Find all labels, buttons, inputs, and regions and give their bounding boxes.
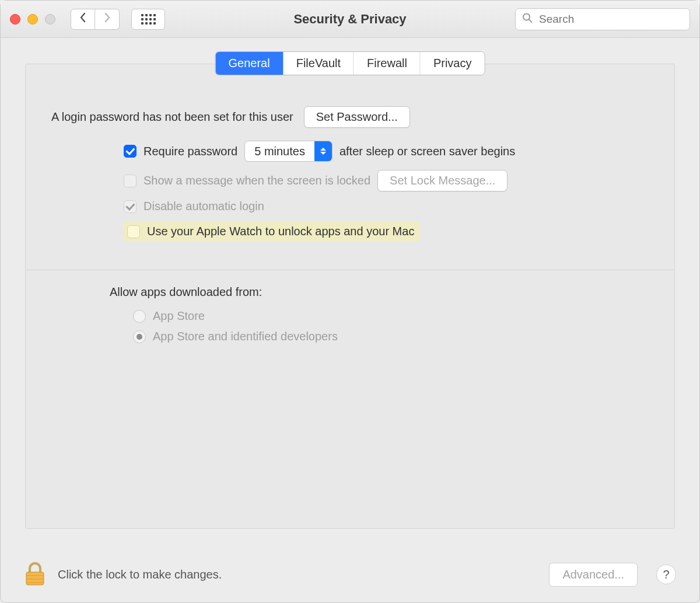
lock-hint-text: Click the lock to make changes.: [58, 568, 222, 581]
disable-auto-login-label: Disable automatic login: [144, 200, 264, 213]
password-status-row: A login password has not been set for th…: [51, 106, 649, 128]
disable-auto-login-row: Disable automatic login: [124, 200, 649, 213]
apple-watch-highlight: Use your Apple Watch to unlock apps and …: [124, 221, 420, 242]
grid-icon: [141, 14, 156, 25]
search-input[interactable]: [515, 8, 690, 30]
require-password-delay-value: 5 minutes: [245, 145, 314, 158]
require-password-delay-select[interactable]: 5 minutes: [244, 141, 332, 162]
general-content: A login password has not been set for th…: [26, 64, 674, 361]
search-wrap: [515, 8, 690, 30]
back-button[interactable]: [71, 9, 95, 30]
set-password-button[interactable]: Set Password...: [304, 106, 410, 128]
advanced-button[interactable]: Advanced...: [549, 563, 638, 587]
allow-apps-option-identified: App Store and identified developers: [133, 330, 649, 343]
tab-general[interactable]: General: [216, 52, 284, 75]
lock-icon[interactable]: [24, 562, 46, 587]
radio-identified-label: App Store and identified developers: [153, 330, 338, 343]
titlebar: Security & Privacy: [1, 1, 699, 38]
require-password-label: Require password: [144, 145, 237, 158]
forward-button[interactable]: [95, 9, 120, 30]
show-lock-message-label: Show a message when the screen is locked: [144, 174, 370, 187]
close-window-button[interactable]: [10, 14, 20, 25]
preferences-window: Security & Privacy General FileVault Fir…: [0, 0, 700, 603]
radio-appstore: [133, 310, 146, 323]
footer: Click the lock to make changes. Advanced…: [24, 562, 676, 587]
tab-filevault[interactable]: FileVault: [284, 52, 354, 75]
require-password-suffix: after sleep or screen saver begins: [340, 145, 515, 158]
nav-buttons: [71, 9, 120, 30]
require-password-checkbox[interactable]: [124, 145, 136, 158]
chevron-left-icon: [79, 12, 86, 26]
apple-watch-unlock-checkbox[interactable]: [127, 225, 140, 238]
svg-rect-2: [26, 572, 44, 585]
apple-watch-row: Use your Apple Watch to unlock apps and …: [124, 221, 649, 242]
svg-line-1: [529, 19, 532, 22]
tab-privacy[interactable]: Privacy: [421, 52, 485, 75]
radio-appstore-label: App Store: [153, 309, 205, 323]
preferences-panel: General FileVault Firewall Privacy A log…: [25, 64, 675, 529]
window-controls: [10, 14, 55, 25]
search-icon: [522, 12, 533, 26]
radio-identified: [133, 330, 146, 343]
require-password-row: Require password 5 minutes after sleep o…: [124, 141, 649, 162]
chevron-right-icon: [104, 12, 111, 26]
apple-watch-unlock-label: Use your Apple Watch to unlock apps and …: [147, 225, 414, 238]
section-divider: [26, 270, 674, 270]
allow-apps-heading: Allow apps downloaded from:: [110, 285, 649, 299]
show-lock-message-checkbox: [124, 175, 136, 187]
disable-auto-login-checkbox: [124, 200, 136, 213]
stepper-arrows-icon: [314, 141, 332, 161]
login-options: Require password 5 minutes after sleep o…: [124, 141, 649, 242]
allow-apps-option-appstore: App Store: [133, 309, 649, 323]
allow-apps-radio-group: App Store App Store and identified devel…: [133, 309, 649, 343]
tab-bar: General FileVault Firewall Privacy: [215, 51, 485, 75]
show-lock-message-row: Show a message when the screen is locked…: [124, 170, 649, 191]
minimize-window-button[interactable]: [27, 14, 38, 25]
set-lock-message-button: Set Lock Message...: [377, 170, 508, 191]
show-all-preferences-button[interactable]: [131, 9, 165, 30]
password-status-text: A login password has not been set for th…: [51, 110, 293, 124]
help-button[interactable]: ?: [656, 564, 676, 584]
tab-firewall[interactable]: Firewall: [354, 52, 421, 75]
zoom-window-button: [45, 14, 55, 25]
